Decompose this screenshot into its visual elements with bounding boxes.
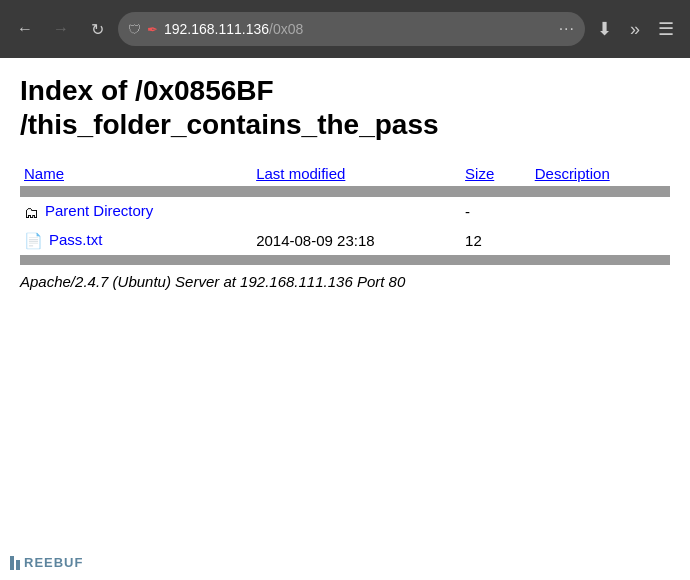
- table-row: 🗂Parent Directory -: [20, 197, 670, 226]
- edit-icon: ✒: [147, 22, 158, 37]
- watermark: REEBUF: [10, 555, 83, 570]
- reload-button[interactable]: ↻: [82, 14, 112, 44]
- col-header-description[interactable]: Description: [531, 161, 670, 187]
- download-button[interactable]: ⬇: [591, 14, 618, 44]
- browser-toolbar: ← → ↻ 🛡 ✒ 192.168.111.136/0x08 ··· ⬇ » ☰: [0, 0, 690, 58]
- menu-button[interactable]: ☰: [652, 14, 680, 44]
- back-button[interactable]: ←: [10, 14, 40, 44]
- parent-dir-cell: 🗂Parent Directory: [20, 197, 252, 226]
- col-header-modified[interactable]: Last modified: [252, 161, 461, 187]
- bar-tall: [10, 556, 14, 570]
- server-info: Apache/2.4.7 (Ubuntu) Server at 192.168.…: [20, 273, 670, 290]
- file-desc-cell: [531, 226, 670, 255]
- file-name-cell: 📄Pass.txt: [20, 226, 252, 255]
- parent-size-cell: -: [461, 197, 531, 226]
- directory-table: Name Last modified Size Description 🗂Par…: [20, 161, 670, 265]
- watermark-text: REEBUF: [24, 555, 83, 570]
- file-size-cell: 12: [461, 226, 531, 255]
- table-row: 📄Pass.txt 2014-08-09 23:18 12: [20, 226, 670, 255]
- separator-row-top: [20, 187, 670, 198]
- title-line1: Index of /0x0856BF: [20, 75, 274, 106]
- forward-button[interactable]: →: [46, 14, 76, 44]
- address-bar[interactable]: 🛡 ✒ 192.168.111.136/0x08 ···: [118, 12, 585, 46]
- title-line2: /this_folder_contains_the_pass: [20, 109, 439, 140]
- col-header-size[interactable]: Size: [461, 161, 531, 187]
- file-icon: 📄: [24, 232, 43, 250]
- shield-icon: 🛡: [128, 22, 141, 37]
- url-path: /0x08: [269, 21, 303, 37]
- col-header-name[interactable]: Name: [20, 161, 252, 187]
- page-content: Index of /0x0856BF /this_folder_contains…: [0, 58, 690, 306]
- watermark-bars-icon: [10, 556, 20, 570]
- parent-modified-cell: [252, 197, 461, 226]
- file-modified-cell: 2014-08-09 23:18: [252, 226, 461, 255]
- parent-dir-icon: 🗂: [24, 204, 39, 221]
- file-link[interactable]: Pass.txt: [49, 231, 102, 248]
- url-text: 192.168.111.136/0x08: [164, 21, 553, 37]
- separator-row-bottom: [20, 255, 670, 265]
- url-base: 192.168.111.136: [164, 21, 269, 37]
- parent-desc-cell: [531, 197, 670, 226]
- url-options-button[interactable]: ···: [559, 20, 575, 38]
- bar-short: [16, 560, 20, 570]
- parent-dir-link[interactable]: Parent Directory: [45, 202, 153, 219]
- page-title: Index of /0x0856BF /this_folder_contains…: [20, 74, 670, 141]
- table-header-row: Name Last modified Size Description: [20, 161, 670, 187]
- more-tools-button[interactable]: »: [624, 15, 646, 44]
